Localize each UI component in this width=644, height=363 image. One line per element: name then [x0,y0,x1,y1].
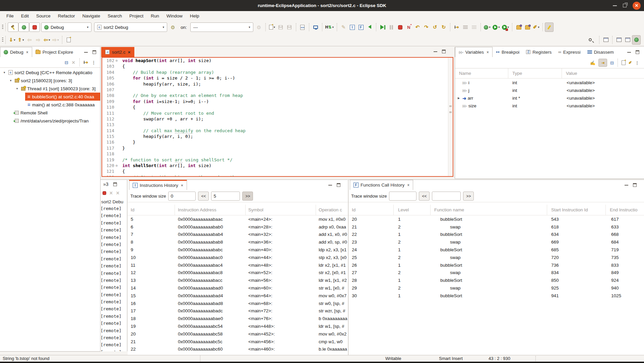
fold-marker[interactable]: ⊖ [114,163,119,168]
debug-button[interactable] [18,22,29,32]
view-menu-icon[interactable]: ⋮ [91,60,96,65]
new-wizard-button[interactable]: ▾ [268,22,276,32]
code-line[interactable]: 107 [102,87,448,93]
refresh-debug-button[interactable]: H⇅▾ [324,22,335,32]
code-line[interactable]: 115 heapify(arr, i, 0); [102,134,448,139]
function-row[interactable]: 252swap720735 [348,254,644,261]
menu-item-help[interactable]: Help [187,12,202,20]
menu-item-navigate[interactable]: Navigate [79,12,103,20]
instruction-row[interactable]: 50x0000aaaaaaaabaac<main+24>:mov x1, #0x… [128,215,348,223]
code-line[interactable]: 116 } [102,139,448,145]
instruction-row[interactable]: 70x0000aaaaaaaabab4<main+32>:add x1, x0,… [128,231,348,239]
target-combo[interactable]: --- ▾ [190,22,253,32]
close-icon[interactable]: × [26,50,28,55]
minimize-view-icon[interactable] [434,51,437,52]
code-line[interactable]: 108 // One by one extract an element fro… [102,93,448,98]
annotate-button[interactable]: ✐▾ [532,22,540,32]
menu-item-refactor[interactable]: Refactor [55,12,78,20]
instruction-row[interactable]: 170x0000aaaaaaaabadc<main+72>:str wzr, [… [128,307,348,315]
suspend-button[interactable] [387,22,396,32]
instruction-row[interactable]: 210x0000aaaaaaaabc5c<main+456>:cmp w1, w… [128,338,348,346]
step-back-button[interactable] [365,22,374,32]
code-line[interactable]: 122 // Start with a big gap, then reduce… [102,174,448,176]
instruction-row[interactable]: 160x0000aaaaaaaabad8<main+68>:str w0, [s… [128,300,348,307]
code-line[interactable]: 114 // call max heapify on the reduced h… [102,128,448,134]
hidden-tabs-badge[interactable]: »3 [103,182,109,187]
code-line[interactable]: 117} [102,145,448,151]
remove-launch-icon[interactable]: ✕ [109,191,113,196]
function-row[interactable]: 241bubbleSort685719 [348,246,644,254]
tree-expand-arrow[interactable]: ▶ [458,97,461,100]
instruction-row[interactable]: 110x0000aaaaaaaabac4<main+48>:ldr x2, [x… [128,261,348,269]
last-edit-location-button[interactable]: ⇦ [25,35,34,45]
page-input[interactable] [432,192,461,201]
minimize-view-icon[interactable] [328,185,332,186]
prev-page-button[interactable]: << [419,192,430,201]
tree-expand-arrow[interactable]: ▾ [2,71,7,74]
close-icon[interactable]: × [181,183,183,188]
instruction-row[interactable]: 200x0000aaaaaaaabc58<main+452>:mov w0, #… [128,330,348,338]
variable-row[interactable]: (x)=iint<unavailable> [455,79,644,87]
code-line[interactable]: 105 for (int i = size / 2 - 1; i >= 0; i… [102,75,448,81]
close-button[interactable]: ✕ [633,2,641,10]
run-history-button[interactable]: ▾ [492,22,501,32]
trace-size-input[interactable] [389,192,416,201]
previous-annotation-button[interactable]: ⇑▾ [16,35,25,45]
code-line[interactable]: 119/* function to sort arr using shellSo… [102,157,448,163]
save-button[interactable] [276,22,285,32]
maximize-view-icon[interactable] [92,50,96,54]
profile-button[interactable]: ▾ [501,22,510,32]
terminate-button[interactable] [29,22,40,32]
launch-config-combo[interactable]: c sort2 Debug ▾ [94,22,167,32]
column-start-instruction-id[interactable]: Start Instruction Id [547,205,606,215]
editor-code-area[interactable]: 102⊖void heapSort(int arr[], int size)10… [102,58,448,176]
debug-tree-row[interactable]: Remote Shell [0,109,100,117]
function-row[interactable]: 281bubbleSort850924 [348,276,644,284]
code-line[interactable]: 109 for (int i=size-1; i>=0; i--) [102,99,448,104]
variable-row[interactable]: (x)=jint<unavailable> [455,87,644,94]
next-page-button[interactable]: >> [463,192,474,201]
tree-expand-arrow[interactable]: ▾ [8,79,13,82]
save-all-button[interactable] [285,22,294,32]
close-icon[interactable]: × [487,50,489,55]
code-line[interactable]: 104 // Build heap (rearrange array) [102,69,448,75]
collapse-all-button[interactable]: ⊟ [65,60,68,65]
show-trace-button[interactable] [461,22,470,32]
maximize-view-icon[interactable] [636,50,639,54]
debug-tree-row[interactable]: ▾Thread #1 [sort] 1580023 [core: 3] [0,85,100,93]
back-button[interactable]: ⇦▾ [43,35,51,45]
variable-row[interactable]: (x)=sizeint<unavailable> [455,102,644,110]
instruction-stepping-button[interactable]: i➔ [452,22,461,32]
drop-to-frame-button[interactable]: ↻ [439,22,448,32]
new-view-icon[interactable] [622,60,626,65]
tab-project-explorer[interactable]: Project Explore [32,47,77,57]
instruction-row[interactable]: 120x0000aaaaaaaabac8<main+52>:str x2, [x… [128,269,348,277]
instruction-row[interactable]: 220x0000aaaaaaaabc60<main+460>:b.le 0xaa… [128,346,348,353]
instruction-row[interactable]: 60x0000aaaaaaaabab0<main+28>:adrp x0, 0x… [128,223,348,231]
tab-instructions-history[interactable]: I Instructions History × [129,180,187,190]
instruction-row[interactable]: 90x0000aaaaaaaababc<main+40>:ldp x2, x3,… [128,246,348,254]
disconnect-button[interactable]: N [404,22,413,32]
tab-debug[interactable]: Debug × [0,47,32,57]
column-function-name[interactable]: Function name [431,205,547,215]
collapse-all-button[interactable]: ⊟ [610,60,614,65]
instruction-row[interactable]: 190x0000aaaaaaaabc54<main+448>:ldr w1, [… [128,322,348,330]
column-id[interactable]: Id [128,205,175,215]
debug-tree-row[interactable]: ▾csort2 Debug [C/C++ Remote Applicatio [0,68,100,76]
tab-functions-call-history[interactable]: F Functions Call History × [350,180,413,190]
instruction-view-button[interactable]: I [348,22,357,32]
function-row[interactable]: 232swap669684 [348,238,644,246]
remove-terminated-button[interactable]: ✕ [72,60,75,65]
pin-button[interactable]: ✎ [339,22,348,32]
next-edit-location-button[interactable]: ⇨ [34,35,43,45]
restore-button[interactable] [623,4,627,7]
tab-expressions[interactable]: ∞ Expressi [555,47,584,57]
instruction-row[interactable]: 80x0000aaaaaaaabab8<main+36>:add x0, sp,… [128,238,348,246]
debug-tree-row[interactable]: ▾sort2 [1580023] [cores: 3] [0,76,100,85]
maximize-view-icon[interactable] [442,50,446,53]
debug-perspective-button[interactable] [632,35,641,45]
tab-sort2c[interactable]: .c sort2.c × [101,47,134,57]
maximize-view-icon[interactable] [633,183,637,187]
prev-page-button[interactable]: << [198,192,209,201]
minimize-view-icon[interactable] [625,185,628,186]
